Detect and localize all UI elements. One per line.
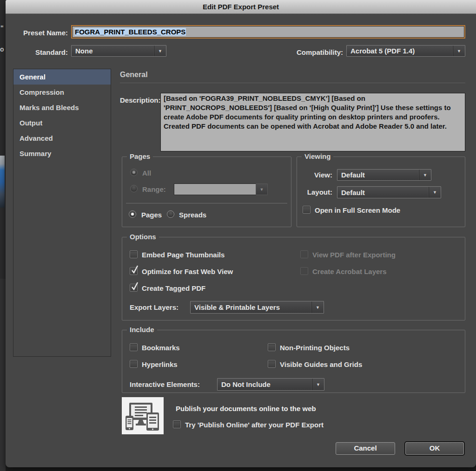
bookmarks-label: Bookmarks [142,344,180,352]
panel-title-divider [120,83,465,83]
background-document-image-fragment [0,156,5,208]
settings-category-list: General Compression Marks and Bleeds Out… [13,69,111,357]
compatibility-label: Compatibility: [238,48,343,56]
publish-online-devices-icon [122,397,164,434]
background-window-fragment: o [0,46,4,53]
interactive-elements-value: Do Not Include [218,379,312,390]
try-publish-online-checkbox[interactable] [173,420,181,428]
chevron-down-icon: ▼ [453,46,465,56]
hyperlinks-checkbox[interactable] [130,360,138,368]
sidebar-item-compression[interactable]: Compression [13,85,111,100]
visible-guides-grids-checkbox[interactable] [268,360,276,368]
description-label: Description: [120,96,161,104]
chevron-down-icon: ▼ [429,187,441,198]
create-tagged-pdf-label: Create Tagged PDF [142,284,205,292]
non-printing-objects-label: Non-Printing Objects [280,344,350,352]
interactive-elements-label: Interactive Elements: [130,380,200,388]
sidebar-item-advanced[interactable]: Advanced [13,131,111,146]
standard-value: None [72,46,154,56]
pages-group: Pages All Range: ▼ Pages Spreads [122,157,291,227]
layout-value: Default [337,187,429,198]
sidebar-item-marks-and-bleeds[interactable]: Marks and Bleeds [13,100,111,115]
edit-pdf-export-preset-dialog: Edit PDF Export Preset Preset Name: FOGR… [6,0,476,467]
standard-label: Standard: [6,48,68,56]
panel-title: General [120,71,148,79]
checkmark-icon [131,264,140,275]
export-layers-label: Export Layers: [130,303,178,311]
viewing-group: Viewing View: Default ▼ Layout: Default … [297,157,465,227]
dialog-title: Edit PDF Export Preset [203,3,279,11]
ok-button[interactable]: OK [405,442,464,455]
pages-range-dropdown: ▼ [256,183,268,195]
pages-range-radio [130,185,138,192]
pages-all-label: All [142,169,151,177]
include-legend: Include [127,326,157,334]
create-acrobat-layers-checkbox [300,267,308,275]
pages-range-input [174,183,256,195]
background-window-fragment: " [0,24,4,32]
chevron-down-icon: ▼ [311,301,324,313]
sidebar-item-summary[interactable]: Summary [13,146,111,161]
sidebar-item-output[interactable]: Output [13,115,111,131]
open-full-screen-checkbox[interactable] [303,206,311,214]
description-field[interactable]: [Based on 'FOGRA39_PRINT_NOBLEEDS_CMYK']… [160,93,465,151]
layout-label: Layout: [297,188,332,196]
pages-pages-label: Pages [141,211,162,219]
pages-range-label: Range: [142,185,166,193]
preset-name-label: Preset Name: [6,29,68,37]
view-value: Default [337,170,419,180]
hyperlinks-label: Hyperlinks [142,360,178,368]
options-legend: Options [127,233,159,241]
viewing-legend: Viewing [302,152,333,160]
pages-legend: Pages [127,152,153,160]
bookmarks-checkbox[interactable] [130,343,138,351]
view-label: View: [297,171,332,179]
chevron-down-icon: ▼ [256,184,267,195]
export-layers-dropdown[interactable]: Visible & Printable Layers ▼ [190,301,324,314]
pages-pages-radio[interactable] [129,210,136,218]
pages-spreads-label: Spreads [179,211,206,219]
view-pdf-after-exporting-checkbox [300,250,308,258]
create-tagged-pdf-checkbox[interactable] [130,284,138,292]
pages-divider [126,203,287,203]
optimize-fast-web-view-checkbox[interactable] [130,267,138,275]
pages-all-radio [130,169,138,176]
visible-guides-grids-label: Visible Guides and Grids [280,360,362,368]
chevron-down-icon: ▼ [312,379,324,390]
chevron-down-icon: ▼ [154,46,166,56]
publish-online-headline: Publish your documents online to the web [176,405,316,412]
view-dropdown[interactable]: Default ▼ [337,169,431,181]
interactive-elements-dropdown[interactable]: Do Not Include ▼ [217,378,324,391]
preset-name-selected-text: FOGRA_PRINT_BLEEDS_CROPS [74,28,186,36]
pages-spreads-radio[interactable] [167,210,174,218]
non-printing-objects-checkbox[interactable] [268,343,276,351]
cancel-button[interactable]: Cancel [336,442,395,455]
try-publish-online-label: Try 'Publish Online' after your PDF Expo… [185,421,324,429]
embed-page-thumbnails-label: Embed Page Thumbnails [142,251,225,259]
background-window-strip-lower [0,279,6,471]
view-pdf-after-exporting-label: View PDF after Exporting [312,251,396,259]
preset-name-input[interactable]: FOGRA_PRINT_BLEEDS_CROPS [71,25,465,39]
export-layers-value: Visible & Printable Layers [191,301,311,313]
chevron-down-icon: ▼ [419,170,431,180]
optimize-fast-web-view-label: Optimize for Fast Web View [142,268,233,275]
embed-page-thumbnails-checkbox[interactable] [130,250,138,258]
dialog-titlebar: Edit PDF Export Preset [6,0,476,14]
include-group: Include Bookmarks Non-Printing Objects H… [122,330,465,393]
open-full-screen-label: Open in Full Screen Mode [315,206,400,214]
sidebar-item-general[interactable]: General [13,69,111,85]
options-group: Options Embed Page Thumbnails View PDF a… [122,237,465,321]
compatibility-value: Acrobat 5 (PDF 1.4) [347,46,453,56]
layout-dropdown[interactable]: Default ▼ [337,186,441,198]
checkmark-icon [131,281,140,291]
compatibility-dropdown[interactable]: Acrobat 5 (PDF 1.4) ▼ [346,45,465,57]
standard-dropdown[interactable]: None ▼ [71,45,166,57]
create-acrobat-layers-label: Create Acrobat Layers [312,268,387,275]
